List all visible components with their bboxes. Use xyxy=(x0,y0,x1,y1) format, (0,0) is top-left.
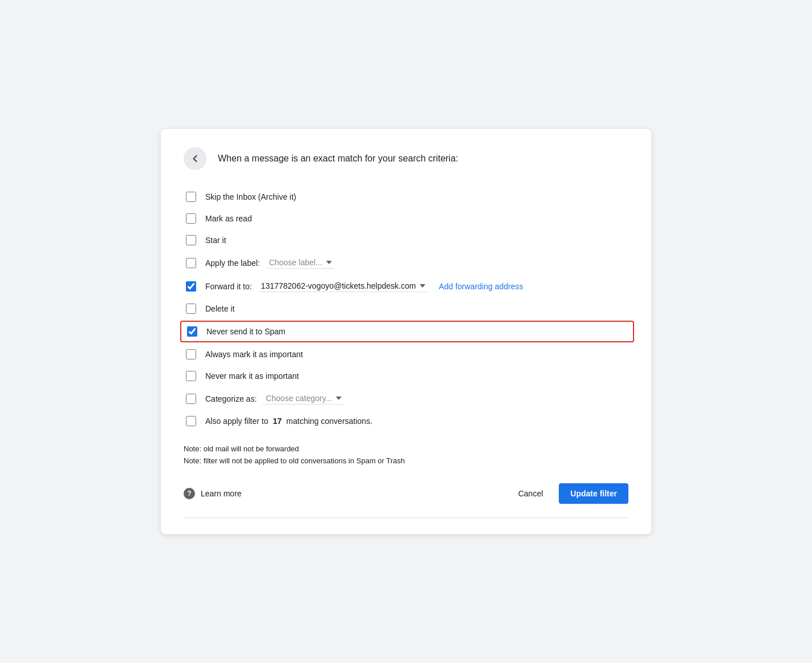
checkbox-skip-inbox[interactable] xyxy=(186,192,196,202)
label-dropdown[interactable]: Choose label... xyxy=(267,257,334,269)
back-button[interactable] xyxy=(184,147,206,170)
option-star-it-label: Star it xyxy=(205,236,226,245)
checkbox-categorize[interactable] xyxy=(186,394,196,404)
option-never-important-label: Never mark it as important xyxy=(205,371,299,381)
option-mark-as-read-label: Mark as read xyxy=(205,214,252,223)
checkbox-skip-inbox-input[interactable] xyxy=(186,192,196,202)
category-dropdown[interactable]: Choose category... xyxy=(263,393,344,405)
filter-dialog: When a message is an exact match for you… xyxy=(161,129,651,534)
bottom-divider xyxy=(184,518,628,518)
checkbox-star-it-input[interactable] xyxy=(186,235,196,245)
notes-section: Note: old mail will not be forwarded Not… xyxy=(184,443,628,467)
option-skip-inbox-label: Skip the Inbox (Archive it) xyxy=(205,192,297,201)
checkbox-apply-label[interactable] xyxy=(186,258,196,268)
checkbox-delete-it-input[interactable] xyxy=(186,304,196,314)
checkbox-never-spam[interactable] xyxy=(187,326,197,337)
option-delete-it-label: Delete it xyxy=(205,304,234,313)
option-never-important: Never mark it as important xyxy=(186,365,628,387)
checkbox-always-important[interactable] xyxy=(186,349,196,359)
add-forwarding-link[interactable]: Add forwarding address xyxy=(439,282,523,291)
option-star-it: Star it xyxy=(186,229,628,251)
checkbox-apply-filter[interactable] xyxy=(186,416,196,426)
note-1: Note: old mail will not be forwarded xyxy=(184,443,628,455)
learn-more-section: ? Learn more xyxy=(184,488,242,499)
option-never-spam: Never send it to Spam xyxy=(180,321,634,342)
checkbox-categorize-input[interactable] xyxy=(186,394,196,404)
action-buttons: Cancel Update filter xyxy=(509,483,628,504)
option-apply-filter-label: Also apply filter to 17 matching convers… xyxy=(205,417,372,426)
dialog-footer: ? Learn more Cancel Update filter xyxy=(184,479,628,504)
header-title: When a message is an exact match for you… xyxy=(218,153,458,164)
option-always-important-label: Always mark it as important xyxy=(205,350,303,359)
forward-address-dropdown[interactable]: 1317782062-vogoyo@tickets.helpdesk.com xyxy=(259,280,428,292)
checkbox-never-important-input[interactable] xyxy=(186,371,196,381)
option-never-spam-label: Never send it to Spam xyxy=(206,327,286,336)
checkbox-star-it[interactable] xyxy=(186,235,196,245)
checkbox-mark-as-read[interactable] xyxy=(186,213,196,224)
note-2: Note: filter will not be applied to old … xyxy=(184,455,628,467)
option-categorize: Categorize as: Choose category... xyxy=(186,387,628,410)
option-forward-it-label: Forward it to: 1317782062-vogoyo@tickets… xyxy=(205,280,523,292)
cancel-button[interactable]: Cancel xyxy=(509,483,553,504)
option-mark-as-read: Mark as read xyxy=(186,208,628,229)
option-always-important: Always mark it as important xyxy=(186,343,628,365)
checkbox-apply-filter-input[interactable] xyxy=(186,416,196,426)
checkbox-never-important[interactable] xyxy=(186,371,196,381)
checkbox-mark-as-read-input[interactable] xyxy=(186,213,196,224)
checkbox-apply-label-input[interactable] xyxy=(186,258,196,268)
help-icon[interactable]: ? xyxy=(184,488,195,499)
help-icon-label: ? xyxy=(187,490,191,498)
matching-count: 17 xyxy=(273,417,282,426)
checkbox-never-spam-input[interactable] xyxy=(187,326,197,337)
option-skip-inbox: Skip the Inbox (Archive it) xyxy=(186,186,628,208)
learn-more-link[interactable]: Learn more xyxy=(201,489,242,498)
option-apply-label: Apply the label: Choose label... xyxy=(186,251,628,274)
option-apply-label-label: Apply the label: Choose label... xyxy=(205,257,334,269)
update-filter-button[interactable]: Update filter xyxy=(559,483,628,504)
options-list: Skip the Inbox (Archive it) Mark as read… xyxy=(186,186,628,432)
dialog-header: When a message is an exact match for you… xyxy=(184,147,628,170)
option-categorize-label: Categorize as: Choose category... xyxy=(205,393,344,405)
option-apply-filter: Also apply filter to 17 matching convers… xyxy=(186,410,628,432)
checkbox-delete-it[interactable] xyxy=(186,304,196,314)
checkbox-forward-it[interactable] xyxy=(186,281,196,292)
checkbox-forward-it-input[interactable] xyxy=(186,281,196,292)
checkbox-always-important-input[interactable] xyxy=(186,349,196,359)
option-delete-it: Delete it xyxy=(186,298,628,320)
option-forward-it: Forward it to: 1317782062-vogoyo@tickets… xyxy=(186,274,628,298)
